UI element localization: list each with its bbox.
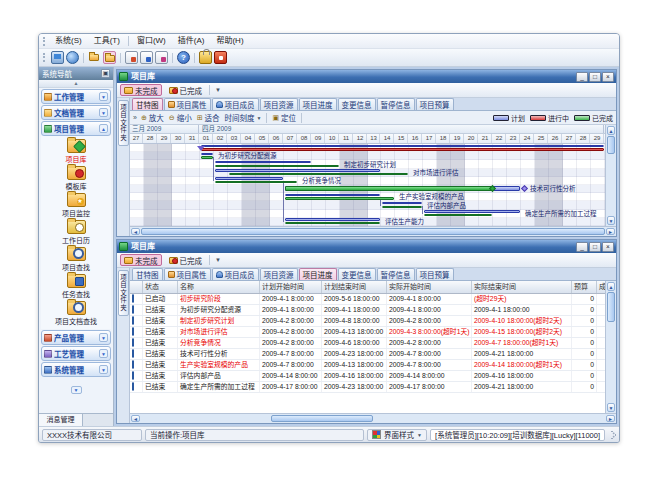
table-row[interactable]: 已结束对市场进行评估2009-4-2 8:00:002009-4-13 18:0… [130, 327, 605, 338]
chevron-down-icon[interactable]: ▼ [99, 92, 108, 101]
resize-grip[interactable] [607, 430, 616, 439]
gantt-plan-bar[interactable] [285, 194, 381, 196]
scroll-down-icon[interactable]: ▼ [607, 216, 615, 225]
sidebar-collapse-button[interactable]: ▲ [39, 80, 113, 88]
tab-6[interactable]: 暂停信息 [377, 98, 415, 110]
exit-icon[interactable] [214, 51, 227, 64]
table-row[interactable]: 已结束为初步研究分配资源2009-4-1 8:00:002009-4-1 18:… [130, 305, 605, 316]
scroll-up-icon[interactable]: ▲ [607, 126, 615, 135]
tab-project-folder[interactable]: 项目文件夹 [118, 270, 129, 316]
sidebar-item-task-search[interactable]: 任务查找 [62, 274, 90, 299]
menu-item[interactable]: 窗口(W) [131, 34, 172, 48]
gantt-panel-titlebar[interactable]: 项目库 _□× [117, 70, 616, 83]
gantt-plan-bar[interactable] [424, 210, 521, 212]
gantt-done-bar[interactable] [285, 197, 395, 199]
table-panel-titlebar[interactable]: 项目库 _□× [117, 240, 616, 253]
sidebar-section-document[interactable]: 文档管理▼ [41, 105, 111, 120]
table-row[interactable]: 已结束制定初步研究计划2009-4-2 8:00:002009-4-8 18:0… [130, 316, 605, 327]
gantt-done-bar[interactable] [424, 214, 493, 216]
scrollbar-thumb[interactable] [607, 292, 615, 322]
sidebar-item-template-library[interactable]: 模板库 [66, 166, 87, 191]
chevron-down-icon[interactable]: ▼ [99, 365, 108, 374]
lock-icon[interactable] [199, 51, 212, 64]
sidebar-item-work-calendar[interactable]: 工作日历 [62, 220, 90, 245]
report-view-icon[interactable] [155, 51, 168, 64]
gantt-summary-plan-bar[interactable] [201, 145, 605, 147]
gantt-done-bar[interactable] [229, 173, 409, 175]
window-close-button[interactable]: × [602, 242, 614, 252]
table-vertical-scrollbar[interactable]: ▲ ▼ [605, 281, 616, 413]
sidebar-section-project[interactable]: 项目管理▲ [41, 121, 111, 136]
tab-7[interactable]: 项目预算 [416, 268, 454, 280]
sidebar-header-menu-button[interactable]: ▣ [101, 69, 110, 78]
table-row[interactable]: 已结束确定生产所需的加工过程2009-4-17 8:00:002009-4-23… [130, 382, 605, 393]
zoom-out-button[interactable]: ⊖缩小 [169, 112, 192, 123]
gantt-done-bar[interactable] [215, 165, 340, 167]
table-row[interactable]: 已启动初步研究阶段2009-4-1 8:00:002009-5-6 18:00:… [130, 294, 605, 305]
gantt-done-bar[interactable] [201, 156, 214, 158]
sidebar-item-project-doc-search[interactable]: 项目文档查找 [55, 301, 97, 326]
sidebar-item-project-library[interactable]: 项目库 [66, 139, 87, 164]
table-row[interactable]: 已结束评估内部产品2009-4-14 8:00:002009-4-16 18:0… [130, 371, 605, 382]
locate-button[interactable]: ▣定位 [272, 112, 296, 123]
scrollbar-thumb[interactable] [141, 228, 605, 235]
menu-item[interactable]: 工具(T) [88, 34, 126, 48]
report-edit-icon[interactable] [140, 51, 153, 64]
fit-button[interactable]: ⊞适合 [197, 112, 220, 123]
menu-item[interactable]: 插件(A) [172, 34, 211, 48]
column-header-实际开始时间[interactable]: 实际开始时间 [387, 281, 472, 293]
gantt-summary-progress-bar[interactable] [201, 148, 605, 152]
tab-4[interactable]: 项目进度 [299, 268, 337, 280]
folder-closed-icon[interactable] [88, 51, 101, 64]
tab-2[interactable]: 项目成员 [212, 268, 259, 280]
menu-item[interactable]: 系统(S) [49, 34, 88, 48]
column-header-名称[interactable]: 名称 [178, 281, 260, 293]
window-close-button[interactable]: × [602, 72, 614, 82]
filter-button-unfinished[interactable]: 未完成 [120, 254, 162, 266]
toolbar-overflow-button[interactable]: ▼ [213, 257, 223, 263]
column-header-计划开始时间[interactable]: 计划开始时间 [260, 281, 322, 293]
table-row[interactable]: 已结束生产实验室规模的产品2009-4-7 8:00:002009-4-13 1… [130, 360, 605, 371]
column-header-icon[interactable] [130, 281, 143, 293]
tab-1[interactable]: 项目属性 [164, 98, 211, 110]
timescale-button[interactable]: 时间刻度▼ [225, 112, 262, 123]
column-header-计划结束时间[interactable]: 计划结束时间 [322, 281, 387, 293]
table-row[interactable]: 已结束分析竞争情况2009-4-2 8:00:002009-4-6 18:00:… [130, 338, 605, 349]
sidebar-section-craft[interactable]: 工艺管理▼ [41, 346, 111, 361]
tab-5[interactable]: 变更信息 [338, 268, 376, 280]
tab-message-management[interactable]: 消息管理 [39, 414, 83, 426]
column-header-实际结束时间[interactable]: 实际结束时间 [472, 281, 572, 293]
filter-button-finished[interactable]: 已完成 [165, 254, 207, 266]
chevron-down-icon[interactable]: ▼ [99, 108, 108, 117]
window-maximize-button[interactable]: □ [589, 72, 601, 82]
tab-5[interactable]: 变更信息 [338, 98, 376, 110]
sidebar-item-project-monitor[interactable]: 项目监控 [62, 193, 90, 218]
tab-0[interactable]: 甘特图 [132, 268, 163, 280]
table-row[interactable]: 已结束技术可行性分析2009-4-7 8:00:002009-4-23 18:0… [130, 349, 605, 360]
tab-4[interactable]: 项目进度 [299, 98, 337, 110]
gantt-plan-bar[interactable] [201, 153, 214, 155]
scrollbar-thumb[interactable] [607, 136, 615, 154]
column-header-状态[interactable]: 状态 [143, 281, 178, 293]
tab-7[interactable]: 项目预算 [416, 98, 454, 110]
tab-project-folder[interactable]: 项目文件夹 [118, 100, 129, 146]
tab-0[interactable]: 甘特图 [132, 98, 163, 110]
column-header-成[interactable]: 成 [597, 281, 605, 293]
menu-item[interactable]: 帮助(H) [210, 34, 249, 48]
gantt-plan-bar[interactable] [285, 218, 381, 220]
tab-6[interactable]: 暂停信息 [377, 268, 415, 280]
scroll-left-icon[interactable]: ◄ [131, 228, 140, 235]
window-minimize-button[interactable]: _ [576, 72, 588, 82]
filter-button-finished[interactable]: 已完成 [165, 84, 207, 96]
interface-style-button[interactable]: 界面样式 ▼ [367, 429, 427, 441]
scroll-right-icon[interactable]: ► [606, 415, 615, 422]
tab-2[interactable]: 项目成员 [212, 98, 259, 110]
scroll-right-icon[interactable]: ► [606, 228, 615, 235]
window-maximize-button[interactable]: □ [589, 242, 601, 252]
report-new-icon[interactable] [125, 51, 138, 64]
scroll-up-icon[interactable]: ▲ [607, 282, 615, 291]
gantt-horizontal-scrollbar[interactable]: ◄ ► [130, 226, 616, 236]
help-icon[interactable] [177, 51, 190, 64]
tab-3[interactable]: 项目资源 [260, 98, 298, 110]
sidebar-section-product[interactable]: 产品管理▼ [41, 330, 111, 345]
